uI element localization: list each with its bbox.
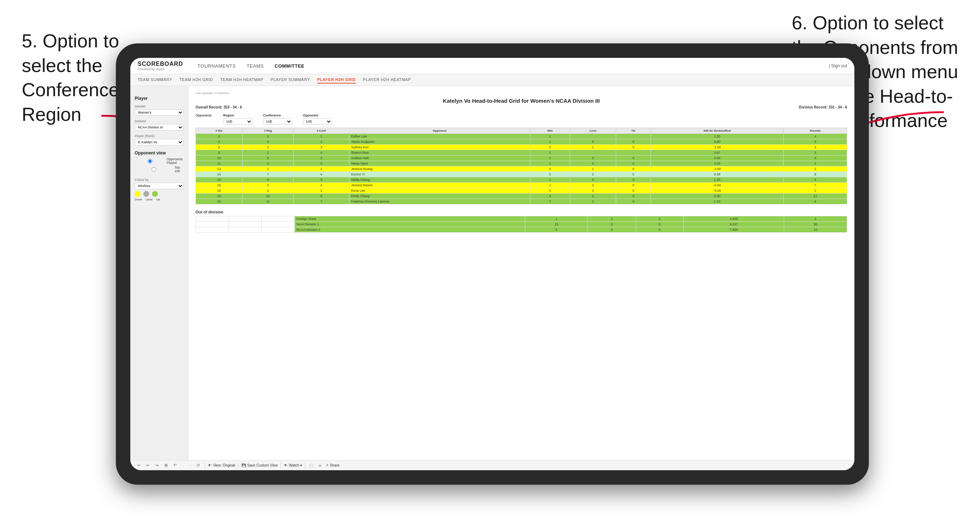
table-cell: 2 [243, 188, 294, 194]
sub-nav-team-h2h-grid[interactable]: TEAM H2H GRID [180, 76, 213, 84]
toolbar-refresh[interactable]: ↶ [172, 462, 178, 468]
table-cell: 2 [243, 139, 294, 145]
th-diff: Diff Av Strokes/Rnd [651, 128, 784, 134]
share-icon: ↗ [325, 464, 328, 467]
table-cell: 4 [293, 183, 349, 188]
toolbar-save-custom-view[interactable]: 💾 Save Custom View [242, 464, 278, 467]
toolbar-watch[interactable]: 👁 Watch ▾ [284, 464, 302, 467]
sidebar-colour-by-select[interactable]: Win/loss [135, 183, 183, 189]
toolbar-div3 [280, 463, 281, 468]
table-cell: 11 [243, 199, 294, 204]
table-cell: -5.00 [651, 188, 784, 194]
table-cell: 1 [570, 194, 616, 199]
circle-up [152, 191, 158, 197]
opponent-select[interactable]: (All) [303, 118, 332, 125]
table-cell: Eunice Yi [349, 172, 530, 177]
table-cell: 1 [530, 139, 570, 145]
tablet-screen: SCOREBOARD Powered by clippd TOURNAMENTS… [130, 58, 854, 470]
table-row: 914Sharon Mun13.673 [196, 150, 847, 156]
sub-nav-player-summary[interactable]: PLAYER SUMMARY [270, 76, 310, 84]
region-label: Region [223, 114, 252, 117]
ood-cell: 0 [588, 227, 636, 233]
table-cell: 0 [570, 161, 616, 167]
circle-level [143, 191, 149, 197]
ood-cell: 30 [784, 222, 847, 227]
opponents-label-group: Opponents: [196, 114, 213, 117]
radio-top100[interactable]: Top 100 [135, 166, 183, 173]
table-cell: 3 [784, 150, 847, 156]
th-opponent: Opponent [349, 128, 530, 134]
ood-cell [261, 216, 294, 222]
table-cell: Sydney Kuo [349, 145, 530, 150]
nav-tournaments[interactable]: TOURNAMENTS [198, 62, 236, 70]
nav-teams[interactable]: TEAMS [247, 62, 264, 70]
table-cell: Euna Lee [349, 188, 530, 194]
toolbar-grid[interactable]: ⊞ [163, 462, 169, 468]
table-cell: 3 [293, 145, 349, 150]
region-select[interactable]: (All) [223, 118, 252, 125]
radio-opponents-played[interactable]: Opponents Played [135, 157, 183, 165]
conference-select[interactable]: (All) [263, 118, 292, 125]
table-cell: 1 [530, 177, 570, 183]
toolbar-clock[interactable]: ⏱ [195, 463, 202, 468]
table-row: 1634Jessica Mason120-0.947 [196, 183, 847, 188]
ood-cell: 5 [525, 227, 588, 233]
table-cell: -0.94 [651, 183, 784, 188]
sidebar-division-select[interactable]: NCAA Division III [135, 124, 183, 130]
ood-table-row: Foreign Team1004.5002 [196, 216, 847, 222]
toolbar-div1 [205, 463, 205, 468]
table-cell: Sharon Mun [349, 150, 530, 156]
table-row: 19106Emily Chang4100.3011 [196, 194, 847, 199]
region-filter: Region (All) [223, 114, 252, 125]
sub-nav-team-h2h-heatmap[interactable]: TEAM H2H HEATMAP [220, 76, 263, 84]
table-cell: 3 [784, 161, 847, 167]
table-cell: Emily Chang [349, 194, 530, 199]
toolbar-redo[interactable]: ↪ [154, 462, 160, 468]
table-cell: 19 [196, 194, 243, 199]
toolbar-undo2[interactable]: ↩ [145, 462, 151, 468]
th-rounds: Rounds [784, 128, 847, 134]
toolbar-view-original[interactable]: 👁 View: Original [208, 464, 235, 467]
table-cell: 0 [616, 199, 651, 204]
table-cell: -3.00 [651, 167, 784, 172]
out-of-division-table: Foreign Team1004.5002NAIA Division 11500… [196, 216, 847, 233]
sub-nav-player-h2h-grid[interactable]: PLAYER H2H GRID [317, 76, 356, 84]
sidebar-gender-select[interactable]: Women's [135, 109, 183, 116]
table-cell: Esther Lee [349, 134, 530, 139]
table-row: 20117Federica Domecq Lacroze2101.336 [196, 199, 847, 204]
toolbar-layout[interactable]: ⬚ [308, 462, 315, 468]
nav-sign-out[interactable]: | Sign out [829, 63, 847, 68]
ood-cell: 15 [525, 222, 588, 227]
toolbar-dot2: · [188, 463, 192, 468]
table-cell: 2 [784, 188, 847, 194]
circles-row [135, 191, 183, 197]
table-cell: 2 [570, 172, 616, 177]
table-cell: Stella Cheng [349, 177, 530, 183]
logo-text: SCOREBOARD [138, 61, 183, 67]
th-win: Win [530, 128, 570, 134]
sidebar-radio-group: Opponents Played Top 100 [135, 157, 183, 173]
table-cell: 4 [293, 150, 349, 156]
sub-nav-player-h2h-heatmap[interactable]: PLAYER H2H HEATMAP [363, 76, 411, 84]
table-cell: 1.25 [651, 177, 784, 183]
table-cell: -1.00 [651, 145, 784, 150]
toolbar-undo[interactable]: ↩ [136, 462, 142, 468]
share-label: Share [330, 464, 340, 467]
table-cell: 0 [530, 188, 570, 194]
toolbar-menu[interactable]: ≡ [318, 463, 323, 468]
table-cell [616, 134, 651, 139]
nav-committee[interactable]: COMMITTEE [275, 62, 305, 70]
table-cell: 1 [243, 167, 294, 172]
ood-cell: 2 [784, 216, 847, 222]
opponents-label: Opponents: [196, 114, 213, 117]
table-cell [570, 134, 616, 139]
table-cell: 0.38 [651, 172, 784, 177]
ood-cell: 1 [525, 216, 588, 222]
table-row: 1063Andrea York2004.004 [196, 156, 847, 161]
table-cell: 4 [784, 134, 847, 139]
sidebar-player-rank-select[interactable]: 8. Katelyn Vo [135, 139, 183, 145]
toolbar-share[interactable]: ↗ Share [325, 464, 340, 467]
table-cell: 0 [530, 167, 570, 172]
sub-nav-team-summary[interactable]: TEAM SUMMARY [138, 76, 172, 84]
label-level: Level [146, 198, 153, 201]
